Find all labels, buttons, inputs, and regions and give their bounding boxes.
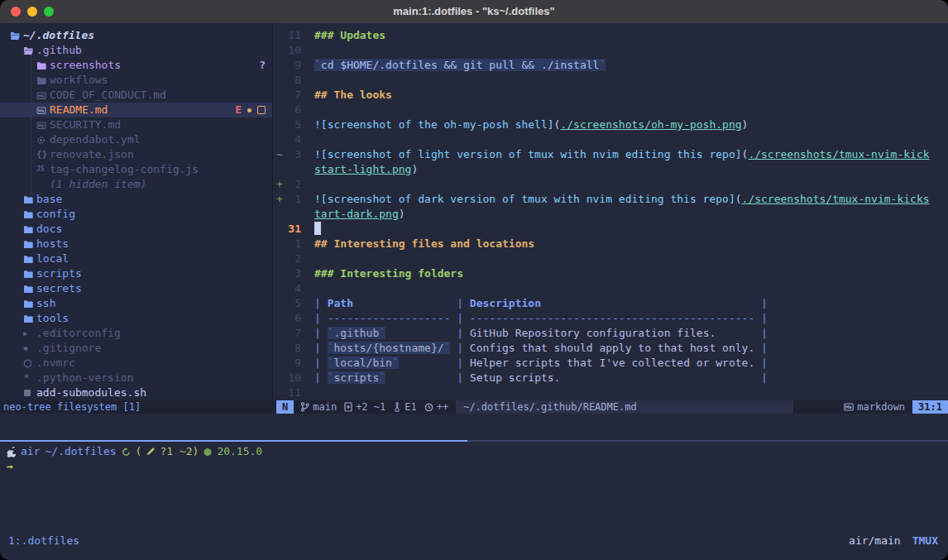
tmux-window-name[interactable]: 1:.dotfiles [8,534,79,548]
tree-item-tag-changelog-config.js[interactable]: JStag-changelog-config.js [0,162,272,177]
editor-line[interactable]: 10| `scripts` | Setup scripts. | [273,371,948,385]
tree-item-.gitignore[interactable]: ◆.gitignore [0,341,272,356]
folder-icon [36,61,50,70]
editor-line[interactable]: ~3![screenshot of light version of tmux … [273,147,948,162]
tree-item-screenshots[interactable]: screenshots? [0,58,272,73]
line-text: | `local/bin` | Helper scripts that I've… [314,356,768,371]
editor-line[interactable]: 8 [273,73,948,88]
tree-item-label: tag-changelog-config.js [50,162,199,177]
tree-item-label: ~/.dotfiles [23,28,94,43]
editor-line[interactable]: 31 [273,222,948,237]
editor-line[interactable]: 6 [273,103,948,117]
prompt-segment: ~/.dotfiles [45,444,116,459]
editor-line[interactable]: 3### Interesting folders [273,266,948,281]
tree-item-label: hosts [36,237,69,251]
editor-line[interactable]: +2 [273,177,948,192]
tree-item-secrets[interactable]: secrets [0,281,272,296]
statusline-extra: ++ [437,400,448,414]
prompt-segment: ( [136,444,142,459]
tree-item-readme.md[interactable]: README.mdE [0,103,272,117]
tree-item-label: workflows [50,73,108,88]
tree-item-label: .editorconfig [36,326,121,341]
line-number: 7 [273,88,301,103]
editor-line[interactable]: 6| ------------------- | ---------------… [273,311,948,326]
line-number: 11 [273,385,301,400]
folder-icon [23,285,36,294]
gear-icon [36,136,50,145]
editor-line[interactable]: 7## The looks [273,88,948,103]
tree-item-local[interactable]: local [0,251,272,266]
editor-line[interactable]: start-light.png) [273,162,948,177]
tree-item-label: secrets [36,281,82,296]
tree-item-hosts[interactable]: hosts [0,237,272,251]
line-text: | ------------------- | ----------------… [314,311,768,326]
editor-line[interactable]: tart-dark.png) [273,207,948,222]
line-number: 8 [273,341,301,356]
clock-icon [424,403,433,412]
folder-icon [23,270,36,279]
tree-item-code-of-conduct.md[interactable]: CODE_OF_CONDUCT.md [0,88,272,103]
tree-item-tools[interactable]: tools [0,311,272,326]
line-number: 11 [273,28,301,43]
tree-item-ssh[interactable]: ssh [0,296,272,311]
untracked-badge: ? [259,58,266,73]
line-number: 6 [273,103,301,117]
tree-item--.dotfiles[interactable]: ~/.dotfiles [0,28,272,43]
tree-item-dependabot.yml[interactable]: dependabot.yml [0,132,272,147]
file-md-icon [36,106,50,115]
line-number: 2 [273,251,301,266]
editor-line[interactable]: 5![screenshot of the oh-my-posh shell](.… [273,117,948,132]
tree-item-.nvmrc[interactable]: .nvmrc [0,356,272,371]
tree-item-scripts[interactable]: scripts [0,266,272,281]
editor-line[interactable]: 11### Updates [273,28,948,43]
line-text: ### Updates [314,28,385,43]
tmux-pane-divider[interactable] [0,440,948,442]
tree-item-renovate.json[interactable]: {}renovate.json [0,147,272,162]
editor-line[interactable]: 11 [273,385,948,400]
editor-line[interactable]: 5| Path | Description | [273,296,948,311]
docplus-icon [344,402,352,412]
flask-icon [393,402,401,412]
tree-item-docs[interactable]: docs [0,222,272,237]
window-title: main:1:.dotfiles - "ks~/.dotfiles" [0,0,948,23]
editor-line[interactable]: 9`cd $HOME/.dotfiles && git pull && ./in… [273,58,948,73]
editor-line[interactable]: +1![screenshot of dark version of tmux w… [273,192,948,207]
editor-line[interactable]: 4 [273,281,948,296]
tree-item-label: add-submodules.sh [36,385,146,400]
tree-item-add-submodules.sh[interactable]: add-submodules.sh [0,385,272,400]
tree-item-security.md[interactable]: SECURITY.md [0,117,272,132]
tree-item-.python-version[interactable]: *.python-version [0,371,272,385]
folder-icon [23,314,36,323]
editor-line[interactable]: 8| `hosts/{hostname}/` | Configs that sh… [273,341,948,356]
editor-line[interactable]: 7| `.github` | GitHub Repository configu… [273,326,948,341]
line-number: 7 [273,326,301,341]
line-text: ## Interesting files and locations [314,237,534,251]
tree-item-config[interactable]: config [0,207,272,222]
editor-line[interactable]: 4 [273,132,948,147]
tree-item-.editorconfig[interactable]: ▶.editorconfig [0,326,272,341]
line-text [314,222,321,237]
shell-prompt: air~/.dotfiles(?1 ~2)20.15.0 [7,444,941,459]
editor-line[interactable]: 2 [273,251,948,266]
line-number: 3 [273,147,301,162]
line-number: 2 [273,177,301,192]
line-number: 5 [273,296,301,311]
line-text: | Path | Description | [314,296,768,311]
tree-item-label: dependabot.yml [50,132,141,147]
line-number: 4 [273,132,301,147]
editor-line[interactable]: 9| `local/bin` | Helper scripts that I'v… [273,356,948,371]
terminal-window: main:1:.dotfiles - "ks~/.dotfiles" ~/.do… [0,0,948,560]
file-md-icon [36,91,50,100]
tree-item--1-hidden-item-[interactable]: (1 hidden item) [0,177,272,192]
tree-item-workflows[interactable]: workflows [0,73,272,88]
editor-line[interactable]: 1## Interesting files and locations [273,237,948,251]
tree-item-label: config [36,207,75,222]
editor-pane[interactable]: 11### Updates109`cd $HOME/.dotfiles && g… [273,23,948,400]
tree-item-base[interactable]: base [0,192,272,207]
tree-item-label: scripts [36,266,82,281]
tree-item-.github[interactable]: .github [0,43,272,58]
titlebar: main:1:.dotfiles - "ks~/.dotfiles" [0,0,948,24]
branch-icon [300,402,309,412]
editor-buffer: 11### Updates109`cd $HOME/.dotfiles && g… [273,28,948,400]
editor-line[interactable]: 10 [273,43,948,58]
